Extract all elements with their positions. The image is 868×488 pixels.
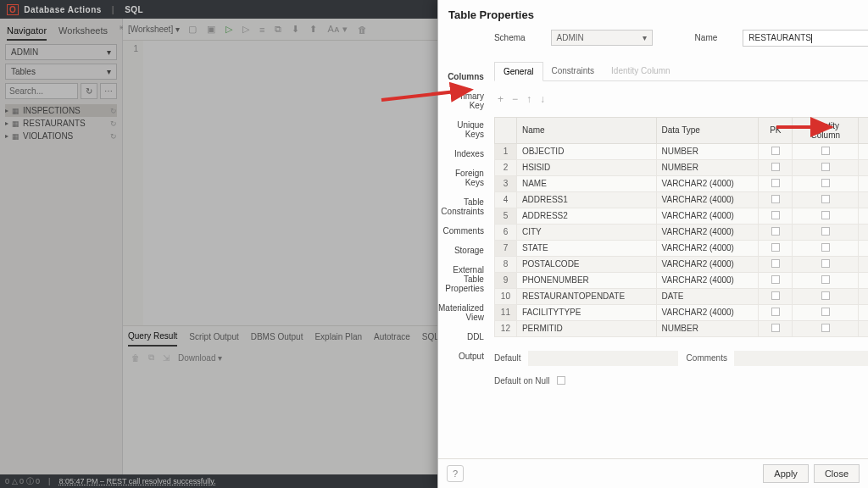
- cat-external[interactable]: External Table Properties: [438, 260, 487, 298]
- col-identity[interactable]: [793, 175, 859, 191]
- col-name[interactable]: ADDRESS1: [516, 191, 656, 208]
- identity-checkbox[interactable]: [821, 259, 830, 268]
- identity-checkbox[interactable]: [821, 227, 830, 236]
- col-type[interactable]: VARCHAR2 (4000): [656, 256, 759, 272]
- col-identity[interactable]: [793, 208, 859, 224]
- col-name[interactable]: NAME: [516, 175, 656, 191]
- cat-foreign-keys[interactable]: Foreign Keys: [438, 164, 487, 192]
- move-up-button[interactable]: ↑: [526, 93, 531, 105]
- col-type[interactable]: VARCHAR2 (4000): [656, 272, 759, 288]
- col-name[interactable]: POSTALCODE: [516, 256, 656, 272]
- col-pk[interactable]: [759, 191, 793, 208]
- identity-checkbox[interactable]: [821, 195, 830, 203]
- col-pk[interactable]: [759, 159, 793, 175]
- col-identity[interactable]: [793, 224, 859, 240]
- identity-checkbox[interactable]: [821, 179, 830, 187]
- col-pk[interactable]: [759, 143, 793, 159]
- col-header-type[interactable]: Data Type: [656, 117, 759, 143]
- pk-checkbox[interactable]: [771, 324, 780, 332]
- col-name[interactable]: HSISID: [516, 159, 656, 175]
- tab-general[interactable]: General: [494, 62, 543, 81]
- col-name[interactable]: STATE: [516, 240, 656, 256]
- help-button[interactable]: ?: [447, 465, 464, 482]
- pk-checkbox[interactable]: [771, 243, 780, 252]
- pk-checkbox[interactable]: [771, 211, 780, 219]
- pk-checkbox[interactable]: [771, 147, 780, 155]
- cat-table-constraints[interactable]: Table Constraints: [438, 192, 487, 221]
- table-row[interactable]: 6CITYVARCHAR2 (4000): [494, 224, 868, 240]
- col-type[interactable]: VARCHAR2 (4000): [656, 191, 759, 208]
- col-pk[interactable]: [759, 208, 793, 224]
- pk-checkbox[interactable]: [771, 308, 780, 316]
- default-input[interactable]: [528, 351, 678, 366]
- cat-unique-keys[interactable]: Unique Keys: [438, 115, 487, 144]
- col-pk[interactable]: [759, 304, 793, 320]
- identity-checkbox[interactable]: [821, 324, 830, 332]
- cat-indexes[interactable]: Indexes: [438, 144, 487, 164]
- col-name[interactable]: CITY: [516, 224, 656, 240]
- move-down-button[interactable]: ↓: [540, 93, 545, 105]
- remove-column-button[interactable]: −: [512, 93, 518, 105]
- col-identity[interactable]: [793, 256, 859, 272]
- table-row[interactable]: 10RESTAURANTOPENDATEDATE: [494, 288, 868, 304]
- col-type[interactable]: NUMBER: [656, 159, 759, 175]
- col-pk[interactable]: [759, 240, 793, 256]
- col-pk[interactable]: [759, 272, 793, 288]
- col-identity[interactable]: [793, 191, 859, 208]
- col-identity[interactable]: [793, 304, 859, 320]
- table-row[interactable]: 5ADDRESS2VARCHAR2 (4000): [494, 208, 868, 224]
- table-row[interactable]: 7STATEVARCHAR2 (4000): [494, 240, 868, 256]
- col-name[interactable]: RESTAURANTOPENDATE: [516, 288, 656, 304]
- identity-checkbox[interactable]: [821, 147, 830, 155]
- apply-button[interactable]: Apply: [763, 464, 809, 483]
- col-name[interactable]: PHONENUMBER: [516, 272, 656, 288]
- table-name-input[interactable]: RESTAURANTS: [743, 30, 868, 47]
- table-row[interactable]: 8POSTALCODEVARCHAR2 (4000): [494, 256, 868, 272]
- col-pk[interactable]: [759, 224, 793, 240]
- default-on-null-checkbox[interactable]: [557, 376, 565, 385]
- cat-mat-view[interactable]: Materialized View: [438, 298, 487, 327]
- col-name[interactable]: PERMITID: [516, 320, 656, 336]
- col-pk[interactable]: [759, 320, 793, 336]
- col-identity[interactable]: [793, 159, 859, 175]
- pk-checkbox[interactable]: [771, 179, 780, 187]
- identity-checkbox[interactable]: [821, 211, 830, 219]
- col-type[interactable]: VARCHAR2 (4000): [656, 208, 759, 224]
- cat-ddl[interactable]: DDL: [438, 327, 487, 347]
- cat-columns[interactable]: Columns: [438, 67, 487, 86]
- pk-checkbox[interactable]: [771, 195, 780, 203]
- table-row[interactable]: 11FACILITYTYPEVARCHAR2 (4000): [494, 304, 868, 320]
- col-name[interactable]: ADDRESS2: [516, 208, 656, 224]
- col-type[interactable]: VARCHAR2 (4000): [656, 304, 759, 320]
- pk-checkbox[interactable]: [771, 227, 780, 236]
- col-pk[interactable]: [759, 256, 793, 272]
- col-pk[interactable]: [759, 288, 793, 304]
- col-header-name[interactable]: Name: [516, 117, 656, 143]
- col-type[interactable]: NUMBER: [656, 143, 759, 159]
- col-type[interactable]: VARCHAR2 (4000): [656, 224, 759, 240]
- col-identity[interactable]: [793, 288, 859, 304]
- add-column-button[interactable]: +: [498, 93, 504, 105]
- pk-checkbox[interactable]: [771, 291, 780, 300]
- cat-comments[interactable]: Comments: [438, 221, 487, 241]
- schema-select[interactable]: ADMIN ▾: [551, 30, 653, 46]
- col-pk[interactable]: [759, 175, 793, 191]
- pk-checkbox[interactable]: [771, 259, 780, 268]
- cat-output[interactable]: Output: [438, 347, 487, 366]
- table-row[interactable]: 4ADDRESS1VARCHAR2 (4000): [494, 191, 868, 208]
- col-type[interactable]: VARCHAR2 (4000): [656, 240, 759, 256]
- table-row[interactable]: 9PHONENUMBERVARCHAR2 (4000): [494, 272, 868, 288]
- identity-checkbox[interactable]: [821, 291, 830, 300]
- table-row[interactable]: 12PERMITIDNUMBER: [494, 320, 868, 336]
- col-header-pk[interactable]: PK: [759, 117, 793, 143]
- identity-checkbox[interactable]: [821, 308, 830, 316]
- col-identity[interactable]: [793, 143, 859, 159]
- col-type[interactable]: VARCHAR2 (4000): [656, 175, 759, 191]
- identity-checkbox[interactable]: [821, 275, 830, 284]
- col-identity[interactable]: [793, 272, 859, 288]
- identity-checkbox[interactable]: [821, 163, 830, 171]
- cat-primary-key[interactable]: Primary Key: [438, 86, 487, 115]
- cat-storage[interactable]: Storage: [438, 241, 487, 260]
- close-button[interactable]: Close: [814, 464, 860, 483]
- col-type[interactable]: DATE: [656, 288, 759, 304]
